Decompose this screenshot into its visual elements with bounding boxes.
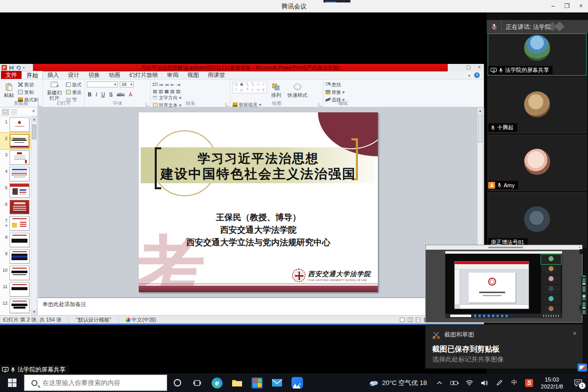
scroll-up-icon[interactable]: ▲ xyxy=(31,116,37,122)
ppt-tab-4[interactable]: 切换 xyxy=(84,71,104,79)
ppt-close-button[interactable]: × xyxy=(478,64,481,70)
paste-button[interactable]: 粘贴 xyxy=(2,81,16,101)
drawing-dialog-launcher[interactable] xyxy=(318,103,322,106)
quick-styles-button[interactable]: 快速样式 xyxy=(286,81,309,101)
normal-view-icon[interactable] xyxy=(400,318,405,322)
corner-app-icon[interactable] xyxy=(578,364,587,372)
ppt-tab-2[interactable]: 插入 xyxy=(43,71,63,79)
participant-tile[interactable]: 十腾起 xyxy=(488,77,587,133)
edge-icon[interactable]: e xyxy=(207,374,227,392)
clipboard-dialog-launcher[interactable] xyxy=(38,103,41,106)
undo-icon[interactable] xyxy=(16,65,21,70)
ppt-tab-1[interactable]: 开始 xyxy=(21,71,43,79)
slide-sorter-view-icon[interactable] xyxy=(408,318,413,322)
slide-thumbnail-5[interactable]: 5 xyxy=(0,182,31,199)
font-size-combo[interactable]: 28▾ xyxy=(120,81,134,87)
meeting-close-button[interactable]: × xyxy=(574,0,588,12)
slide-thumbnail-6[interactable]: 6 xyxy=(0,199,31,215)
replace-button[interactable]: 替换 ▾ xyxy=(325,89,344,96)
participant-tile[interactable]: 庚正博法号81 xyxy=(488,192,587,248)
save-icon[interactable] xyxy=(9,65,14,70)
slides-tab-icon[interactable] xyxy=(2,109,9,115)
reading-view-icon[interactable] xyxy=(416,318,421,322)
mail-icon[interactable] xyxy=(267,374,287,392)
slide-thumbnail-2[interactable]: 2 xyxy=(0,133,31,149)
shapes-gallery[interactable]: ▢▣╲╲□○ □△╰⌐⇨⇩ xyxy=(233,81,267,93)
font-name-combo[interactable]: ▾ xyxy=(87,81,118,87)
slide-thumbnail-10[interactable]: 10 xyxy=(0,265,31,281)
taskbar-search[interactable] xyxy=(24,375,167,391)
align-buttons[interactable]: ▤ ▥ ▦ ▧ ▨ xyxy=(153,88,184,94)
tencent-meeting-icon[interactable] xyxy=(287,374,307,392)
pen-icon[interactable] xyxy=(493,374,506,392)
banner-mic-muted-icon[interactable] xyxy=(487,20,502,33)
text-shadow-button[interactable]: S xyxy=(108,92,114,97)
slide-panel-scrollbar[interactable]: ▲ ▼ xyxy=(31,116,37,315)
participant-tile-sharer[interactable]: 法学院的屏幕共享 xyxy=(488,33,587,76)
file-explorer-icon[interactable] xyxy=(227,374,247,392)
snip-toast[interactable]: 截图和草图 × 截图已保存到剪贴板 选择此处标记并共享图像 xyxy=(425,325,583,369)
preview-close-icon[interactable]: × xyxy=(579,246,581,249)
ppt-tab-6[interactable]: 幻灯片放映 xyxy=(125,71,163,79)
arrange-button[interactable]: 排列 xyxy=(269,81,283,101)
battery-icon[interactable] xyxy=(448,374,461,392)
search-input[interactable] xyxy=(42,379,157,387)
bullets-button[interactable]: ≔ ≕ ⇤ ⇥ xyxy=(153,82,184,87)
copy-button[interactable]: 复制 xyxy=(18,89,38,96)
slide-thumbnail-7[interactable]: 7◆ xyxy=(0,215,31,232)
ribbon-collapse-icon[interactable]: ▴ xyxy=(468,73,470,77)
help-icon[interactable]: ? xyxy=(474,72,480,78)
action-center-button[interactable]: 1 xyxy=(568,374,588,392)
cortana-icon[interactable] xyxy=(167,374,187,392)
start-button[interactable] xyxy=(0,374,24,392)
slide-thumbnail-1[interactable]: 1 xyxy=(0,116,31,133)
volume-icon[interactable] xyxy=(478,374,491,392)
slide-thumbnail-11[interactable]: 11 xyxy=(0,281,31,298)
outline-tab-icon[interactable] xyxy=(11,109,17,114)
font-dialog-launcher[interactable] xyxy=(146,103,149,106)
ime-indicator[interactable]: 中 xyxy=(508,374,521,392)
strikethrough-button[interactable]: abc xyxy=(116,92,126,97)
scroll-down-icon[interactable]: ▼ xyxy=(31,309,37,315)
underline-button[interactable]: U xyxy=(100,92,106,97)
ppt-quick-access-toolbar[interactable]: P ▾ xyxy=(0,64,33,71)
layout-button[interactable]: 版式 xyxy=(66,82,81,88)
task-view-icon[interactable] xyxy=(187,374,207,392)
taskbar-clock[interactable]: 15:03 2022/1/8 xyxy=(536,376,568,390)
new-slide-button[interactable]: 新建幻灯片 xyxy=(45,81,64,101)
slide-thumbnail-12[interactable]: 12 xyxy=(0,298,31,314)
meeting-minimize-button[interactable]: – xyxy=(546,0,560,12)
taskbar-weather[interactable]: 20°C 空气优 18 xyxy=(363,379,433,388)
slide-thumbnail-4[interactable]: 4 xyxy=(0,166,31,182)
font-color-button[interactable]: A xyxy=(128,92,133,97)
bold-button[interactable]: B xyxy=(87,92,92,97)
ppt-tab-9[interactable]: 雨课堂 xyxy=(204,71,230,79)
cut-button[interactable]: 剪切 xyxy=(18,82,38,88)
ppt-tab-3[interactable]: 设计 xyxy=(63,71,84,79)
toast-subtitle[interactable]: 选择此处标记并共享图像 xyxy=(432,355,504,364)
status-language[interactable]: 中文(中国) xyxy=(126,317,156,324)
qat-dropdown-icon[interactable]: ▾ xyxy=(23,66,25,70)
paragraph-dialog-launcher[interactable] xyxy=(226,103,229,106)
participant-tile[interactable]: Amy xyxy=(488,135,587,191)
store-icon[interactable] xyxy=(247,374,267,392)
ppt-tab-5[interactable]: 动画 xyxy=(104,71,125,79)
reset-button[interactable]: 重设 xyxy=(66,89,81,96)
italic-button[interactable]: I xyxy=(95,92,98,97)
slide-thumbnail-8[interactable]: 8 xyxy=(0,232,31,248)
ppt-tab-0[interactable]: 文件 xyxy=(1,71,21,79)
tray-expand-icon[interactable] xyxy=(433,374,446,392)
ppt-tab-7[interactable]: 审阅 xyxy=(163,71,183,79)
slide-panel-close-icon[interactable]: × xyxy=(32,108,35,114)
current-slide[interactable]: 学习习近平法治思想 建设中国特色社会主义法治强国 王保民（教授、博导） 西安交通… xyxy=(139,112,378,292)
sogou-icon[interactable]: S xyxy=(523,374,536,392)
screenshot-preview-window[interactable]: × xyxy=(425,245,583,323)
find-button[interactable]: 查找 xyxy=(325,82,344,88)
slide-thumbnail-9[interactable]: 9 xyxy=(0,248,31,265)
docked-widget[interactable] xyxy=(581,276,587,315)
notes-pane[interactable]: 单击此处添加备注 xyxy=(38,297,484,315)
slide-thumbnail-3[interactable]: 3 xyxy=(0,149,31,166)
toast-close-icon[interactable]: × xyxy=(573,330,577,337)
meeting-maximize-button[interactable]: ❐ xyxy=(560,0,574,12)
ppt-tab-8[interactable]: 视图 xyxy=(183,71,204,79)
